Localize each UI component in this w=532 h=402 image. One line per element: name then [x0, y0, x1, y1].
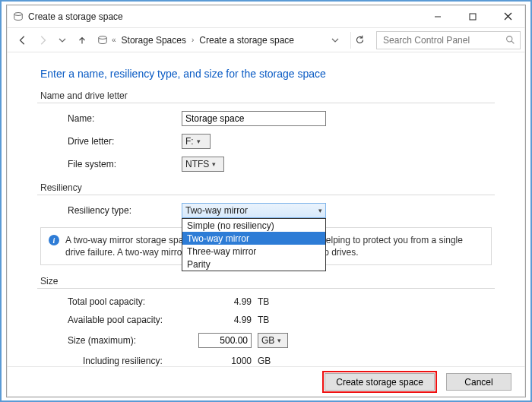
divider — [37, 288, 495, 289]
resiliency-type-dropdown-list: Simple (no resiliency) Two-way mirror Th… — [182, 218, 326, 271]
window-title: Create a storage space — [28, 11, 123, 22]
resiliency-type-value: Two-way mirror — [185, 205, 248, 216]
resiliency-option-two-way[interactable]: Two-way mirror — [182, 232, 325, 245]
title-bar: Create a storage space — [7, 5, 525, 28]
svg-point-6 — [507, 36, 512, 42]
chevron-down-icon: ▾ — [212, 160, 216, 168]
primary-button-highlight: Create storage space — [322, 371, 437, 393]
resiliency-type-select[interactable]: Two-way mirror ▾ Simple (no resiliency) … — [182, 203, 326, 218]
breadcrumb-separator: « — [109, 36, 119, 44]
screenshot-outer-frame: Create a storage space — [0, 0, 532, 402]
available-pool-value: 4.99 — [197, 315, 258, 325]
file-system-label: File system: — [68, 159, 182, 169]
drive-letter-value: F: — [185, 136, 194, 147]
resiliency-form: Resiliency type: Two-way mirror ▾ Simple… — [68, 203, 487, 218]
chevron-down-icon: ▾ — [318, 207, 322, 214]
name-label: Name: — [68, 113, 182, 124]
breadcrumb-item[interactable]: Storage Spaces — [120, 35, 188, 46]
recent-locations-dropdown[interactable] — [54, 32, 71, 49]
svg-line-4 — [505, 13, 511, 20]
drive-letter-select[interactable]: F: ▾ — [182, 134, 211, 149]
info-icon: i — [49, 235, 59, 245]
create-storage-space-button[interactable]: Create storage space — [325, 373, 435, 391]
drive-letter-label: Drive letter: — [68, 136, 182, 147]
chevron-right-icon: › — [189, 36, 196, 44]
forward-button[interactable] — [34, 32, 51, 49]
search-box[interactable] — [376, 31, 521, 49]
navigation-bar: « Storage Spaces › Create a storage spac… — [7, 28, 525, 52]
breadcrumb-item[interactable]: Create a storage space — [198, 35, 296, 46]
size-max-label: Size (maximum): — [68, 335, 197, 346]
storage-spaces-icon — [97, 35, 108, 46]
address-history-dropdown[interactable] — [328, 32, 342, 49]
maximize-button[interactable] — [455, 5, 490, 28]
available-pool-label: Available pool capacity: — [68, 315, 197, 325]
file-system-value: NTFS — [185, 159, 209, 169]
resiliency-option-three-way[interactable]: Three-way mirror — [182, 245, 325, 258]
dialog-footer: Create storage space Cancel — [7, 366, 525, 397]
page-title: Enter a name, resiliency type, and size … — [40, 68, 495, 80]
back-button[interactable] — [14, 32, 31, 49]
section-name-heading: Name and drive letter — [40, 90, 495, 101]
refresh-button[interactable] — [350, 32, 369, 49]
minimize-button[interactable] — [420, 5, 455, 28]
search-input[interactable] — [382, 34, 505, 46]
section-size-heading: Size — [40, 276, 495, 286]
total-pool-unit: TB — [258, 296, 296, 307]
resiliency-type-display[interactable]: Two-way mirror ▾ — [182, 203, 326, 218]
divider — [37, 103, 495, 103]
resiliency-option-simple[interactable]: Simple (no resiliency) — [182, 219, 325, 232]
including-resiliency-unit: GB — [258, 356, 296, 366]
resiliency-type-label: Resiliency type: — [68, 205, 182, 216]
address-bar[interactable]: « Storage Spaces › Create a storage spac… — [93, 31, 346, 49]
dialog-body: Enter a name, resiliency type, and size … — [7, 52, 525, 366]
size-max-input[interactable] — [198, 333, 252, 348]
file-system-select[interactable]: NTFS ▾ — [182, 157, 224, 172]
resiliency-option-parity[interactable]: Parity — [182, 258, 325, 271]
dialog-window: Create a storage space — [6, 5, 526, 397]
search-icon — [505, 35, 515, 45]
name-input[interactable] — [182, 111, 326, 126]
svg-point-0 — [14, 12, 23, 15]
total-pool-value: 4.99 — [197, 296, 258, 307]
close-button[interactable] — [490, 5, 525, 28]
storage-spaces-icon — [13, 11, 24, 22]
svg-rect-2 — [470, 14, 476, 20]
including-resiliency-label: Including resiliency: — [68, 356, 197, 366]
divider — [37, 195, 495, 195]
size-unit-value: GB — [261, 335, 274, 346]
size-unit-select[interactable]: GB ▾ — [258, 333, 288, 348]
name-form: Name: Drive letter: F: ▾ File system: NT… — [68, 111, 487, 172]
available-pool-unit: TB — [258, 315, 296, 325]
including-resiliency-value: 1000 — [197, 356, 258, 366]
section-resiliency-heading: Resiliency — [40, 182, 495, 193]
svg-line-7 — [511, 41, 514, 43]
svg-line-3 — [505, 13, 511, 20]
svg-point-5 — [99, 36, 107, 39]
size-form: Total pool capacity: 4.99 TB Available p… — [68, 296, 495, 366]
up-button[interactable] — [74, 32, 90, 49]
chevron-down-icon: ▾ — [277, 337, 281, 344]
total-pool-label: Total pool capacity: — [68, 296, 197, 307]
cancel-button[interactable]: Cancel — [446, 373, 511, 391]
chevron-down-icon: ▾ — [197, 138, 201, 145]
